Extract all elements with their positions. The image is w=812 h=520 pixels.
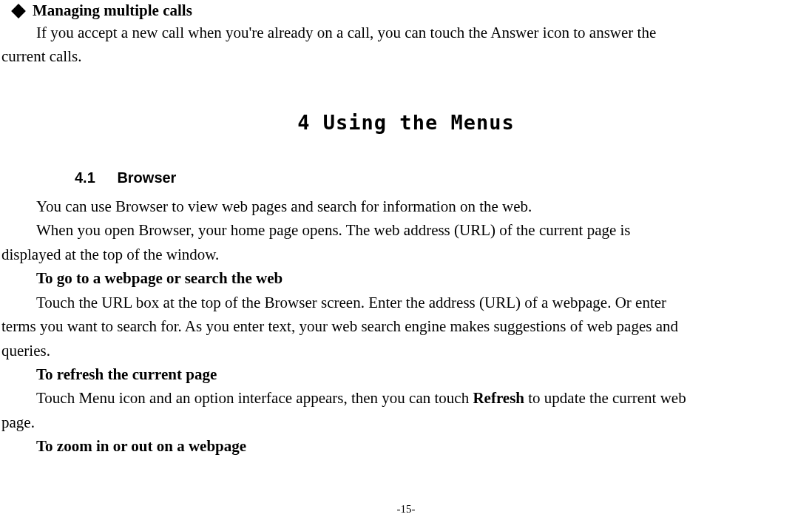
text-run: Touch Menu icon and an option interface … [36,389,473,407]
paragraph-line: Touch Menu icon and an option interface … [1,387,811,409]
diamond-bullet-icon [11,4,26,18]
text-run: to update the current web [524,389,686,407]
paragraph-line: queries. [1,340,811,362]
paragraph-line: When you open Browser, your home page op… [1,219,811,241]
section-heading-browser: 4.1 Browser [75,169,811,186]
bullet-managing-multiple-calls: Managing multiple calls [1,1,811,20]
bullet-title: Managing multiple calls [33,1,192,20]
bold-refresh: Refresh [473,389,524,407]
paragraph-line: Touch the URL box at the top of the Brow… [1,291,811,314]
document-page: Managing multiple calls If you accept a … [0,1,812,520]
paragraph-line: If you accept a new call when you're alr… [1,21,811,44]
sub-heading: To go to a webpage or search the web [1,267,811,289]
paragraph-line: current calls. [1,45,811,67]
paragraph-line: terms you want to search for. As you ent… [1,315,811,337]
sub-heading: To zoom in or out on a webpage [1,435,811,457]
section-number: 4.1 [75,169,95,186]
paragraph-line: displayed at the top of the window. [1,243,811,266]
page-number-footer: -15- [0,503,812,516]
section-title: Browser [117,169,176,186]
paragraph-line: page. [1,411,811,433]
paragraph-line: You can use Browser to view web pages an… [1,195,811,217]
chapter-heading: 4 Using the Menus [1,111,811,134]
sub-heading: To refresh the current page [1,363,811,385]
